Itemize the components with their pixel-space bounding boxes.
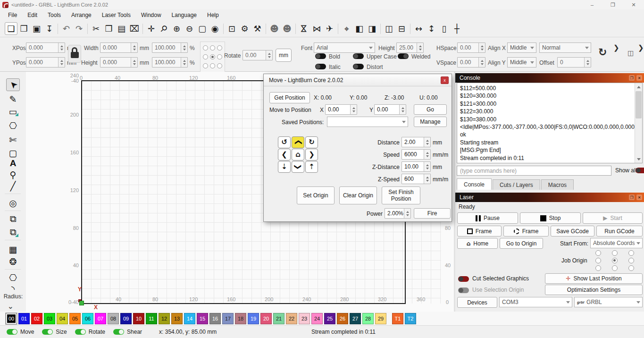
11[interactable]: 11 [146, 313, 157, 324]
29[interactable]: 29 [375, 313, 386, 324]
job-origin-radio[interactable] [595, 258, 601, 263]
boolean-tool[interactable]: ⧉ [6, 226, 20, 238]
00[interactable]: 00 [6, 313, 17, 324]
26[interactable]: 26 [337, 313, 348, 324]
hspace-field[interactable]: 0.00 [457, 42, 485, 53]
anchor-radio[interactable] [217, 45, 222, 51]
welded-toggle[interactable] [398, 53, 409, 59]
width-field[interactable]: 0.000 [100, 42, 138, 53]
align-x-dropdown[interactable]: Middle [507, 42, 536, 53]
xpos-field[interactable]: 0.000 [26, 42, 65, 53]
status-toggle[interactable] [75, 329, 86, 335]
width-percent-field[interactable]: 100.000 [152, 42, 188, 53]
send-icon[interactable]: ✈ [323, 22, 336, 35]
home-button[interactable]: ⌂ Home [457, 238, 498, 249]
01[interactable]: 01 [18, 313, 30, 324]
text-offset-spinner[interactable] [584, 58, 591, 67]
new-file-icon[interactable]: ❏ [5, 22, 17, 35]
position-pin-tool[interactable]: ⚲ [6, 168, 20, 181]
size-icon[interactable]: ▯ [438, 22, 451, 35]
anchor-radio[interactable] [210, 63, 215, 68]
frame-circle-button[interactable]: Frame [503, 226, 549, 237]
flip-horizontal-icon[interactable]: ⋈ [310, 22, 323, 35]
bold-toggle[interactable] [315, 53, 326, 59]
separator[interactable] [264, 23, 268, 34]
28[interactable]: 28 [362, 313, 374, 324]
rotate-ccw-button[interactable]: ↺ [278, 136, 291, 148]
toolbar-expand-chevron-icon[interactable]: ❯ [613, 43, 619, 52]
height-field[interactable]: 0.000 [100, 57, 138, 68]
job-origin-radio-center[interactable] [612, 258, 618, 263]
import-icon[interactable]: ↧ [43, 22, 56, 35]
saved-positions-dropdown[interactable] [327, 117, 408, 127]
rotate-spinner[interactable] [266, 51, 272, 60]
menu-item[interactable]: File [3, 11, 22, 19]
port-dropdown[interactable]: COM3 [499, 297, 572, 307]
status-toggle[interactable] [113, 329, 124, 335]
menu-item[interactable]: Edit [22, 11, 42, 19]
jog-right-button[interactable]: ❯ [305, 149, 318, 161]
job-origin-radio[interactable] [628, 258, 634, 263]
move-y-field[interactable]: 0.00 [374, 104, 406, 115]
job-origin-radio[interactable] [612, 265, 618, 271]
move-v-spacing-icon[interactable]: ↕ [425, 22, 438, 35]
power-field[interactable]: 2.00% [385, 208, 411, 219]
separator[interactable] [408, 23, 412, 34]
font-height-spinner[interactable] [417, 43, 423, 52]
move-x-field[interactable]: 0.00 [325, 104, 357, 115]
sync-icon[interactable]: ↻ [598, 46, 607, 58]
distance-field[interactable]: 2.00 [401, 137, 431, 147]
job-origin-radio[interactable] [612, 250, 618, 256]
xpos-spinner[interactable] [58, 43, 65, 52]
25[interactable]: 25 [324, 313, 335, 324]
start-button[interactable]: ▶ Start [583, 212, 643, 224]
separator[interactable] [56, 23, 60, 34]
jog-down-button[interactable]: ❯ [292, 161, 304, 173]
job-origin-radio[interactable] [595, 265, 601, 271]
delete-icon[interactable]: ⌧ [128, 22, 141, 35]
offset-tool[interactable]: ◎ [6, 196, 20, 209]
anchor-radio[interactable] [203, 63, 208, 68]
close-panel-icon[interactable]: ✕ [636, 75, 642, 81]
job-origin-radio[interactable] [628, 250, 634, 256]
polygon-tool[interactable]: ⎔ [6, 119, 20, 132]
20[interactable]: 20 [260, 313, 272, 324]
dialog-close-icon[interactable]: x [441, 76, 449, 84]
cut-selected-toggle[interactable] [458, 276, 469, 282]
09[interactable]: 09 [120, 313, 132, 324]
font-height-field[interactable]: 25.00 [396, 42, 424, 53]
panel-more-icon[interactable]: ◫ [627, 49, 634, 57]
weld-tool[interactable]: ⧉ [6, 212, 20, 225]
separator[interactable] [336, 23, 340, 34]
minimize-button[interactable]: – [582, 0, 602, 9]
open-file-icon[interactable]: ❒ [17, 22, 30, 35]
paste-icon[interactable]: ▤ [115, 22, 128, 35]
frame-selection-icon[interactable]: ▢ [196, 22, 209, 35]
rotate-field[interactable]: 0.00 [243, 50, 273, 60]
machine-settings-icon[interactable]: ⚒ [251, 22, 264, 35]
move-h-spacing-icon[interactable]: ↔ [412, 22, 425, 35]
console-command-input[interactable] [457, 166, 611, 176]
jog-left-button[interactable]: ❮ [278, 149, 291, 161]
show-last-position-button[interactable]: ✛ Show Last Position [545, 273, 643, 284]
hspace-spinner[interactable] [478, 43, 485, 52]
start-from-dropdown[interactable]: Absolute Coords [590, 238, 643, 248]
distance-spinner[interactable] [424, 137, 430, 147]
menu-item[interactable]: Help [202, 11, 224, 19]
upper-case-toggle[interactable] [353, 53, 364, 59]
stop-button[interactable]: Stop [520, 212, 581, 224]
height-percent-field[interactable]: 100.000 [152, 57, 188, 68]
10[interactable]: 10 [133, 313, 144, 324]
menu-item[interactable]: Language [167, 11, 202, 19]
19[interactable]: 19 [248, 313, 259, 324]
jog-up-button[interactable]: ❯ [292, 136, 304, 148]
vspace-field[interactable]: 0.00 [457, 57, 485, 68]
undo-icon[interactable]: ↶ [60, 22, 73, 35]
align-y-dropdown[interactable]: Middle [507, 57, 536, 68]
distribute-v-icon[interactable]: ⊟ [395, 22, 408, 35]
move-y-spinner[interactable] [399, 105, 406, 114]
fire-button[interactable]: Fire [414, 208, 451, 219]
power-spinner[interactable] [404, 209, 410, 218]
14[interactable]: 14 [184, 313, 195, 324]
separator[interactable] [221, 23, 226, 34]
